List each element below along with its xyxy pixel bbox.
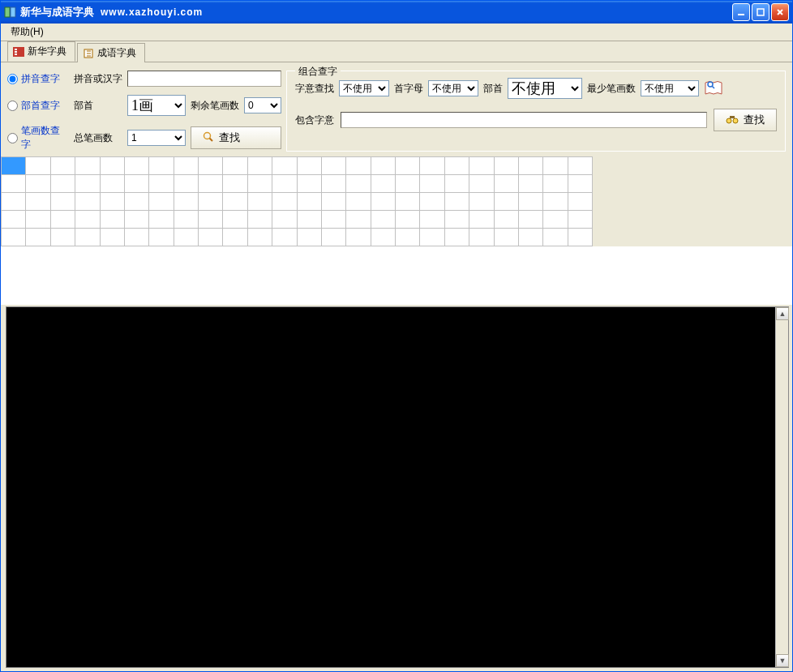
grid-cell[interactable] [518,193,542,211]
scroll-track[interactable] [776,320,788,654]
grid-cell[interactable] [272,193,297,211]
radio-pinyin[interactable]: 拼音查字 [7,72,69,86]
grid-cell[interactable] [396,229,420,246]
grid-cell[interactable] [100,175,124,193]
grid-cell[interactable] [568,157,592,175]
grid-cell[interactable] [543,229,568,246]
grid-cell[interactable] [469,175,494,193]
grid-cell[interactable] [396,157,420,175]
grid-cell[interactable] [174,193,198,211]
radio-strokes[interactable]: 笔画数查字 [7,124,69,152]
grid-cell[interactable] [494,175,518,193]
radio-radical-input[interactable] [7,101,18,111]
grid-cell[interactable] [371,175,395,193]
grid-cell[interactable] [2,229,26,246]
grid-cell[interactable] [420,193,444,211]
tab-xinhua[interactable]: 新华字典 [7,41,75,62]
grid-cell[interactable] [124,157,148,175]
meaning-select[interactable]: 不使用 [339,80,389,96]
grid-cell[interactable] [2,157,26,175]
grid-cell[interactable] [174,175,198,193]
grid-cell[interactable] [346,211,371,229]
minimize-button[interactable] [732,3,750,21]
grid-cell[interactable] [124,211,148,229]
grid-cell[interactable] [396,175,420,193]
grid-cell[interactable] [223,193,247,211]
remain-strokes-select[interactable]: 0 [244,97,281,113]
grid-cell[interactable] [297,211,321,229]
grid-cell[interactable] [124,193,148,211]
grid-cell[interactable] [75,175,100,193]
grid-cell[interactable] [272,157,297,175]
grid-cell[interactable] [371,193,395,211]
grid-cell[interactable] [371,211,395,229]
radio-strokes-input[interactable] [7,133,18,143]
grid-cell[interactable] [420,211,444,229]
grid-cell[interactable] [444,229,469,246]
grid-cell[interactable] [50,229,75,246]
menu-help[interactable]: 帮助(H) [6,24,49,41]
grid-cell[interactable] [494,211,518,229]
grid-cell[interactable] [223,157,247,175]
grid-cell[interactable] [100,229,124,246]
grid-cell[interactable] [75,211,100,229]
pinyin-input[interactable] [127,71,281,87]
radical-select[interactable]: 1画 [127,95,186,116]
grid-cell[interactable] [2,175,26,193]
basic-search-button[interactable]: 查找 [191,126,281,149]
grid-cell[interactable] [543,193,568,211]
grid-cell[interactable] [124,229,148,246]
grid-cell[interactable] [321,211,345,229]
grid-cell[interactable] [26,157,50,175]
grid-cell[interactable] [518,211,542,229]
grid-cell[interactable] [518,229,542,246]
grid-cell[interactable] [26,211,50,229]
radio-strokes-label[interactable]: 笔画数查字 [21,124,69,152]
grid-cell[interactable] [149,193,174,211]
grid-cell[interactable] [469,211,494,229]
grid-cell[interactable] [26,229,50,246]
grid-cell[interactable] [371,157,395,175]
grid-cell[interactable] [444,157,469,175]
grid-cell[interactable] [321,157,345,175]
grid-cell[interactable] [26,175,50,193]
grid-cell[interactable] [26,193,50,211]
tab-chengyu[interactable]: 成语字典 [77,43,145,62]
grid-cell[interactable] [223,229,247,246]
radio-radical-label[interactable]: 部首查字 [21,99,60,113]
radio-radical[interactable]: 部首查字 [7,99,69,113]
grid-cell[interactable] [149,157,174,175]
grid-cell[interactable] [199,229,223,246]
grid-cell[interactable] [199,211,223,229]
grid-cell[interactable] [149,229,174,246]
grid-cell[interactable] [199,193,223,211]
radio-pinyin-label[interactable]: 拼音查字 [21,72,60,86]
grid-cell[interactable] [444,193,469,211]
grid-cell[interactable] [174,229,198,246]
grid-cell[interactable] [494,157,518,175]
grid-cell[interactable] [100,193,124,211]
result-grid[interactable] [1,156,593,246]
scroll-up-button[interactable]: ▲ [776,307,789,320]
scroll-down-button[interactable]: ▼ [776,654,789,667]
grid-cell[interactable] [469,193,494,211]
grid-cell[interactable] [297,157,321,175]
grid-cell[interactable] [321,193,345,211]
grid-cell[interactable] [272,175,297,193]
grid-cell[interactable] [543,211,568,229]
grid-cell[interactable] [444,175,469,193]
grid-cell[interactable] [174,211,198,229]
grid-cell[interactable] [321,175,345,193]
grid-cell[interactable] [199,157,223,175]
grid-cell[interactable] [568,175,592,193]
grid-cell[interactable] [223,211,247,229]
grid-cell[interactable] [346,157,371,175]
grid-cell[interactable] [50,211,75,229]
grid-cell[interactable] [568,229,592,246]
grid-cell[interactable] [75,193,100,211]
grid-cell[interactable] [2,193,26,211]
grid-cell[interactable] [75,157,100,175]
grid-cell[interactable] [543,157,568,175]
grid-cell[interactable] [518,175,542,193]
grid-cell[interactable] [568,211,592,229]
